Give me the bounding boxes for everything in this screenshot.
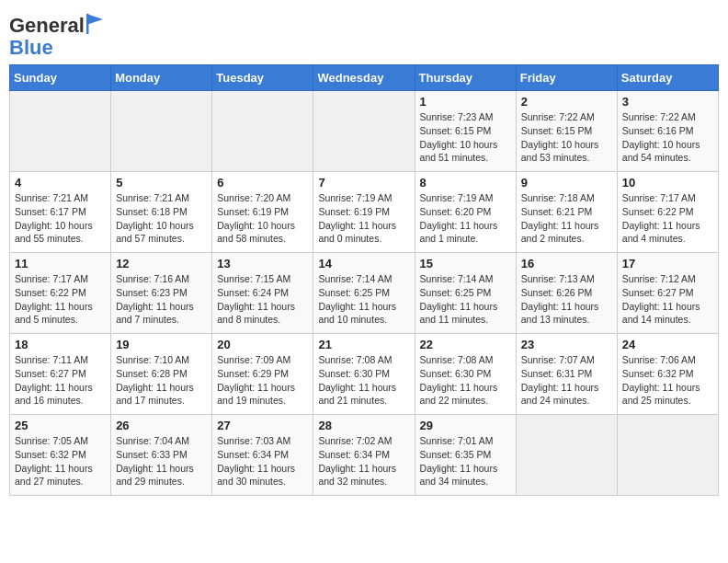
day-info: Sunrise: 7:19 AMSunset: 6:19 PMDaylight:… xyxy=(318,191,409,246)
calendar-cell xyxy=(313,91,415,172)
calendar-cell: 14Sunrise: 7:14 AMSunset: 6:25 PMDayligh… xyxy=(313,253,415,334)
day-info: Sunrise: 7:20 AMSunset: 6:19 PMDaylight:… xyxy=(217,191,308,246)
day-info: Sunrise: 7:08 AMSunset: 6:30 PMDaylight:… xyxy=(318,353,409,408)
day-number: 10 xyxy=(622,176,713,190)
day-number: 13 xyxy=(217,257,308,270)
calendar-cell: 4Sunrise: 7:21 AMSunset: 6:17 PMDaylight… xyxy=(10,172,111,253)
day-info: Sunrise: 7:22 AMSunset: 6:16 PMDaylight:… xyxy=(622,110,713,165)
day-info: Sunrise: 7:16 AMSunset: 6:23 PMDaylight:… xyxy=(116,272,207,327)
day-number: 9 xyxy=(521,176,612,190)
calendar-cell: 17Sunrise: 7:12 AMSunset: 6:27 PMDayligh… xyxy=(617,253,718,334)
weekday-header-friday: Friday xyxy=(516,65,617,91)
weekday-header-monday: Monday xyxy=(111,65,212,91)
calendar-cell: 12Sunrise: 7:16 AMSunset: 6:23 PMDayligh… xyxy=(111,253,212,334)
day-number: 12 xyxy=(116,257,207,270)
calendar-cell: 19Sunrise: 7:10 AMSunset: 6:28 PMDayligh… xyxy=(111,334,212,415)
calendar-cell: 22Sunrise: 7:08 AMSunset: 6:30 PMDayligh… xyxy=(415,334,516,415)
calendar-cell: 23Sunrise: 7:07 AMSunset: 6:31 PMDayligh… xyxy=(516,334,617,415)
day-info: Sunrise: 7:04 AMSunset: 6:33 PMDaylight:… xyxy=(116,434,207,488)
day-info: Sunrise: 7:15 AMSunset: 6:24 PMDaylight:… xyxy=(217,272,308,327)
calendar-cell xyxy=(111,91,212,172)
calendar-cell: 18Sunrise: 7:11 AMSunset: 6:27 PMDayligh… xyxy=(10,334,111,415)
day-info: Sunrise: 7:03 AMSunset: 6:34 PMDaylight:… xyxy=(217,434,308,488)
day-info: Sunrise: 7:05 AMSunset: 6:32 PMDaylight:… xyxy=(15,434,106,488)
day-info: Sunrise: 7:02 AMSunset: 6:34 PMDaylight:… xyxy=(318,434,409,488)
day-info: Sunrise: 7:14 AMSunset: 6:25 PMDaylight:… xyxy=(420,272,511,327)
day-info: Sunrise: 7:07 AMSunset: 6:31 PMDaylight:… xyxy=(521,353,612,408)
calendar-cell: 24Sunrise: 7:06 AMSunset: 6:32 PMDayligh… xyxy=(617,334,718,415)
day-info: Sunrise: 7:08 AMSunset: 6:30 PMDaylight:… xyxy=(420,353,511,408)
calendar-cell: 1Sunrise: 7:23 AMSunset: 6:15 PMDaylight… xyxy=(415,91,516,172)
calendar-cell: 10Sunrise: 7:17 AMSunset: 6:22 PMDayligh… xyxy=(617,172,718,253)
day-number: 23 xyxy=(521,338,612,351)
calendar-week-row: 18Sunrise: 7:11 AMSunset: 6:27 PMDayligh… xyxy=(10,334,719,415)
day-number: 19 xyxy=(116,338,207,351)
weekday-header-tuesday: Tuesday xyxy=(212,65,313,91)
calendar-week-row: 1Sunrise: 7:23 AMSunset: 6:15 PMDaylight… xyxy=(10,91,719,172)
day-info: Sunrise: 7:17 AMSunset: 6:22 PMDaylight:… xyxy=(15,272,106,327)
calendar-week-row: 11Sunrise: 7:17 AMSunset: 6:22 PMDayligh… xyxy=(10,253,719,334)
day-info: Sunrise: 7:22 AMSunset: 6:15 PMDaylight:… xyxy=(521,110,612,165)
day-info: Sunrise: 7:23 AMSunset: 6:15 PMDaylight:… xyxy=(420,110,511,165)
day-info: Sunrise: 7:18 AMSunset: 6:21 PMDaylight:… xyxy=(521,191,612,246)
weekday-header-saturday: Saturday xyxy=(617,65,718,91)
day-info: Sunrise: 7:09 AMSunset: 6:29 PMDaylight:… xyxy=(217,353,308,408)
day-info: Sunrise: 7:10 AMSunset: 6:28 PMDaylight:… xyxy=(116,353,207,408)
logo-blue: Blue xyxy=(9,36,53,59)
day-number: 17 xyxy=(622,257,713,270)
day-info: Sunrise: 7:06 AMSunset: 6:32 PMDaylight:… xyxy=(622,353,713,408)
calendar-week-row: 25Sunrise: 7:05 AMSunset: 6:32 PMDayligh… xyxy=(10,415,719,496)
calendar-cell: 21Sunrise: 7:08 AMSunset: 6:30 PMDayligh… xyxy=(313,334,415,415)
calendar-cell: 26Sunrise: 7:04 AMSunset: 6:33 PMDayligh… xyxy=(111,415,212,496)
day-number: 3 xyxy=(622,95,713,109)
logo-flag-icon xyxy=(86,14,103,34)
calendar-cell: 3Sunrise: 7:22 AMSunset: 6:16 PMDaylight… xyxy=(617,91,718,172)
calendar-cell: 20Sunrise: 7:09 AMSunset: 6:29 PMDayligh… xyxy=(212,334,313,415)
calendar-cell xyxy=(212,91,313,172)
calendar-cell: 27Sunrise: 7:03 AMSunset: 6:34 PMDayligh… xyxy=(212,415,313,496)
day-number: 20 xyxy=(217,338,308,351)
calendar-cell: 2Sunrise: 7:22 AMSunset: 6:15 PMDaylight… xyxy=(516,91,617,172)
day-number: 4 xyxy=(15,176,106,190)
calendar-week-row: 4Sunrise: 7:21 AMSunset: 6:17 PMDaylight… xyxy=(10,172,719,253)
logo-general: General xyxy=(9,15,85,37)
day-number: 25 xyxy=(15,419,106,432)
day-number: 5 xyxy=(116,176,207,190)
page-header: General Blue xyxy=(9,9,719,59)
day-number: 1 xyxy=(420,95,511,109)
day-number: 22 xyxy=(420,338,511,351)
calendar-cell: 16Sunrise: 7:13 AMSunset: 6:26 PMDayligh… xyxy=(516,253,617,334)
day-number: 21 xyxy=(318,338,409,351)
calendar-cell: 11Sunrise: 7:17 AMSunset: 6:22 PMDayligh… xyxy=(10,253,111,334)
day-number: 7 xyxy=(318,176,409,190)
day-number: 28 xyxy=(318,419,409,432)
day-number: 29 xyxy=(420,419,511,432)
day-info: Sunrise: 7:11 AMSunset: 6:27 PMDaylight:… xyxy=(15,353,106,408)
day-number: 8 xyxy=(420,176,511,190)
weekday-header-sunday: Sunday xyxy=(10,65,111,91)
day-info: Sunrise: 7:01 AMSunset: 6:35 PMDaylight:… xyxy=(420,434,511,488)
weekday-header-row: SundayMondayTuesdayWednesdayThursdayFrid… xyxy=(10,65,719,91)
calendar-cell: 8Sunrise: 7:19 AMSunset: 6:20 PMDaylight… xyxy=(415,172,516,253)
day-number: 6 xyxy=(217,176,308,190)
day-number: 16 xyxy=(521,257,612,270)
day-number: 11 xyxy=(15,257,106,270)
calendar-cell xyxy=(10,91,111,172)
calendar-cell xyxy=(516,415,617,496)
calendar-cell xyxy=(617,415,718,496)
day-number: 24 xyxy=(622,338,713,351)
day-info: Sunrise: 7:17 AMSunset: 6:22 PMDaylight:… xyxy=(622,191,713,246)
calendar-table: SundayMondayTuesdayWednesdayThursdayFrid… xyxy=(9,64,719,496)
calendar-cell: 15Sunrise: 7:14 AMSunset: 6:25 PMDayligh… xyxy=(415,253,516,334)
day-number: 18 xyxy=(15,338,106,351)
day-info: Sunrise: 7:13 AMSunset: 6:26 PMDaylight:… xyxy=(521,272,612,327)
day-number: 15 xyxy=(420,257,511,270)
calendar-cell: 7Sunrise: 7:19 AMSunset: 6:19 PMDaylight… xyxy=(313,172,415,253)
calendar-cell: 28Sunrise: 7:02 AMSunset: 6:34 PMDayligh… xyxy=(313,415,415,496)
svg-marker-0 xyxy=(86,14,103,25)
calendar-cell: 6Sunrise: 7:20 AMSunset: 6:19 PMDaylight… xyxy=(212,172,313,253)
calendar-cell: 29Sunrise: 7:01 AMSunset: 6:35 PMDayligh… xyxy=(415,415,516,496)
svg-rect-1 xyxy=(86,14,89,34)
calendar-cell: 25Sunrise: 7:05 AMSunset: 6:32 PMDayligh… xyxy=(10,415,111,496)
weekday-header-wednesday: Wednesday xyxy=(313,65,415,91)
